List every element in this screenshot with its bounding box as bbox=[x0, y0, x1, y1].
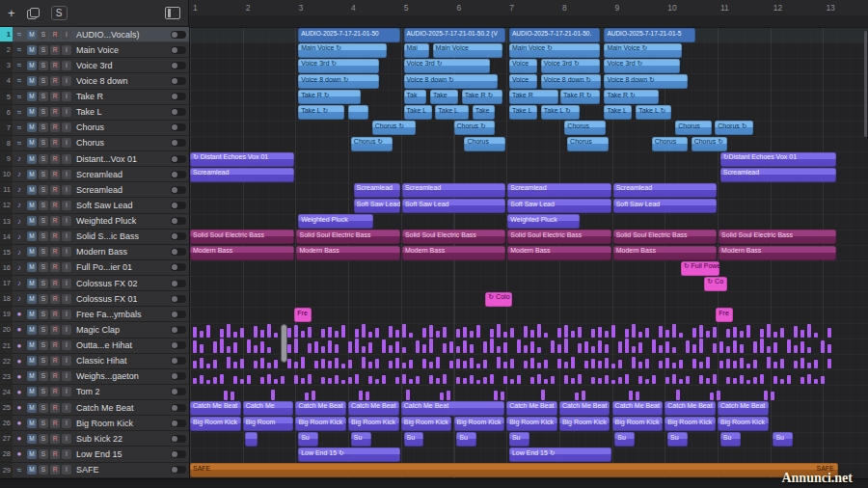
solo-button[interactable]: S bbox=[39, 138, 48, 148]
region[interactable]: Main Voice ↻ bbox=[509, 43, 600, 58]
region[interactable]: Catch Me Beat bbox=[190, 401, 241, 416]
region[interactable]: Screamlead bbox=[402, 183, 505, 198]
region[interactable]: ↻ Co bbox=[704, 277, 727, 291]
region[interactable]: Take L bbox=[509, 105, 537, 120]
record-button[interactable]: R bbox=[50, 465, 60, 474]
midi-drum-region[interactable] bbox=[193, 369, 827, 385]
track-on-toggle[interactable] bbox=[171, 372, 186, 380]
record-button[interactable]: R bbox=[50, 45, 60, 55]
region[interactable]: Su bbox=[351, 432, 371, 447]
region[interactable]: Fre bbox=[294, 308, 312, 322]
midi-drum-region[interactable] bbox=[193, 323, 827, 339]
region[interactable]: Big Room Kick bbox=[348, 417, 399, 431]
mute-button[interactable]: M bbox=[27, 107, 37, 117]
region[interactable]: Su bbox=[667, 432, 688, 447]
record-button[interactable]: R bbox=[50, 310, 60, 319]
track-on-toggle[interactable] bbox=[171, 77, 186, 85]
region[interactable]: Voice bbox=[509, 59, 537, 73]
region[interactable]: Take L ↻ bbox=[298, 105, 344, 120]
mute-button[interactable]: M bbox=[27, 122, 37, 132]
track-on-toggle[interactable] bbox=[171, 263, 186, 271]
region[interactable]: Soft Saw Lead bbox=[402, 199, 505, 213]
region[interactable]: Take R ↻ bbox=[462, 90, 503, 104]
region[interactable]: Catch Me Beat bbox=[401, 401, 504, 416]
track-row[interactable]: 25 ● MSRI Catch Me Beat bbox=[0, 400, 189, 416]
solo-button[interactable]: S bbox=[39, 294, 48, 304]
record-button[interactable]: R bbox=[50, 92, 60, 101]
midi-drum-region[interactable] bbox=[193, 354, 827, 369]
track-on-toggle[interactable] bbox=[171, 31, 186, 39]
region[interactable]: Big Room Kick bbox=[190, 417, 241, 431]
region[interactable]: Su bbox=[456, 432, 476, 447]
region[interactable]: Voice 3rd ↻ bbox=[604, 59, 679, 73]
region[interactable]: Chorus bbox=[675, 121, 711, 135]
track-row[interactable]: 3 ≈ MSRI Voice 3rd bbox=[0, 58, 189, 73]
track-on-toggle[interactable] bbox=[171, 311, 186, 318]
solo-button[interactable]: S bbox=[39, 434, 48, 444]
input-monitor-button[interactable]: I bbox=[62, 403, 71, 413]
region[interactable]: Su bbox=[773, 432, 793, 447]
track-on-toggle[interactable] bbox=[171, 171, 186, 178]
mute-button[interactable]: M bbox=[27, 310, 37, 319]
region[interactable]: Voice 8 down ↻ bbox=[404, 74, 498, 89]
record-button[interactable]: R bbox=[50, 325, 60, 335]
record-button[interactable]: R bbox=[50, 371, 60, 381]
input-monitor-button[interactable]: I bbox=[62, 138, 71, 148]
drag-handle[interactable] bbox=[281, 324, 287, 363]
input-monitor-button[interactable]: I bbox=[62, 449, 71, 459]
track-on-toggle[interactable] bbox=[171, 217, 186, 225]
solo-button[interactable]: S bbox=[39, 107, 48, 117]
region[interactable]: Take bbox=[430, 90, 458, 104]
track-on-toggle[interactable] bbox=[171, 202, 186, 209]
record-button[interactable]: R bbox=[50, 138, 60, 148]
track-row[interactable]: 6 ≈ MSRI Take L bbox=[0, 105, 189, 121]
solo-button[interactable]: S bbox=[39, 387, 48, 396]
region[interactable]: Chorus bbox=[652, 137, 688, 151]
record-button[interactable]: R bbox=[50, 30, 60, 40]
solo-button[interactable]: S bbox=[39, 279, 48, 288]
region[interactable]: Take R bbox=[509, 90, 558, 104]
region[interactable]: Take R ↻ bbox=[604, 90, 658, 104]
record-button[interactable]: R bbox=[50, 185, 60, 195]
region[interactable]: Weighted Pluck bbox=[507, 214, 579, 229]
region[interactable]: Su bbox=[298, 432, 318, 447]
arrange-area[interactable]: AUDIO-2025-7-17-21-01-50AUDIO-2025-7-17-… bbox=[189, 27, 868, 478]
record-button[interactable]: R bbox=[50, 231, 60, 241]
solo-button[interactable]: S bbox=[39, 325, 48, 335]
track-row[interactable]: 5 ≈ MSRI Take R bbox=[0, 90, 189, 105]
track-on-toggle[interactable] bbox=[171, 388, 186, 395]
region[interactable]: Screamlead bbox=[507, 183, 610, 198]
mute-button[interactable]: M bbox=[27, 61, 37, 70]
mute-button[interactable]: M bbox=[27, 419, 37, 428]
input-monitor-button[interactable]: I bbox=[62, 465, 71, 474]
solo-button[interactable]: S bbox=[39, 216, 48, 226]
track-on-toggle[interactable] bbox=[171, 341, 186, 349]
mute-button[interactable]: M bbox=[27, 45, 37, 55]
track-row[interactable]: 7 ≈ MSRI Chorus bbox=[0, 121, 189, 136]
track-on-toggle[interactable] bbox=[171, 139, 186, 147]
input-monitor-button[interactable]: I bbox=[62, 122, 71, 132]
region[interactable]: Solid Soul Electric Bass bbox=[613, 230, 717, 244]
region[interactable]: Voice 8 down ↻ bbox=[541, 74, 601, 89]
input-monitor-button[interactable]: I bbox=[62, 434, 71, 444]
track-on-toggle[interactable] bbox=[171, 404, 186, 412]
solo-button[interactable]: S bbox=[39, 449, 48, 459]
region[interactable]: Take L ↻ bbox=[636, 105, 671, 120]
solo-button[interactable]: S bbox=[39, 403, 48, 413]
region[interactable] bbox=[348, 105, 368, 120]
region[interactable]: Big Room Kick bbox=[559, 417, 610, 431]
record-button[interactable]: R bbox=[50, 262, 60, 272]
region[interactable]: Big Room bbox=[243, 417, 294, 431]
input-monitor-button[interactable]: I bbox=[62, 279, 71, 288]
input-monitor-button[interactable]: I bbox=[62, 154, 71, 164]
mute-button[interactable]: M bbox=[27, 138, 37, 148]
solo-button[interactable]: S bbox=[39, 262, 48, 272]
region[interactable]: Take L bbox=[404, 105, 432, 120]
track-on-toggle[interactable] bbox=[171, 295, 186, 303]
duplicate-track-icon[interactable] bbox=[27, 8, 40, 19]
track-on-toggle[interactable] bbox=[171, 357, 186, 365]
track-row[interactable]: 24 ● MSRI Tom 2 bbox=[0, 385, 189, 400]
track-row[interactable]: 8 ≈ MSRI Chorus bbox=[0, 136, 189, 151]
solo-button[interactable]: S bbox=[39, 61, 48, 70]
add-track-button[interactable]: + bbox=[8, 6, 15, 20]
